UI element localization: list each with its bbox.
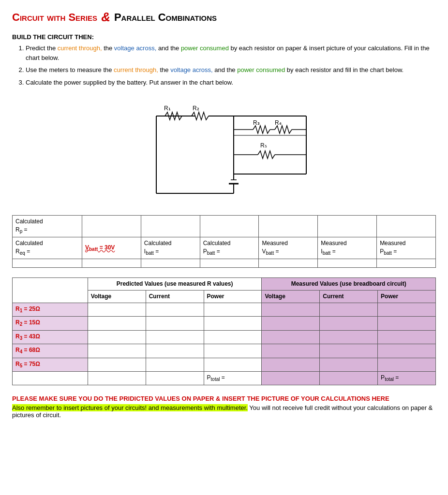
calc-req-cell: CalculatedReq = (13, 237, 82, 259)
pbatt-meas-cell: MeasuredPbatt = (377, 237, 436, 259)
total-blank-5 (320, 371, 378, 385)
title-part2: Parallel Combinations (114, 11, 217, 24)
vbatt-cell: Vbatt = 30V (82, 237, 141, 259)
vbatt-meas-cell: MeasuredVbatt = (259, 237, 318, 259)
empty4 (318, 216, 377, 237)
col-power-1: Power (204, 291, 262, 303)
table-row-total: Ptotal = Ptotal = (13, 371, 436, 385)
pbatt-calc-cell: CalculatedPbatt = (200, 237, 259, 259)
r1-label: R1 = 25Ω (13, 303, 88, 316)
r3-p1 (204, 330, 262, 344)
build-label: BUILD THE CIRCUIT THEN: (12, 33, 436, 41)
r2-v2 (262, 317, 320, 330)
total-blank-4 (262, 371, 320, 385)
title-part1: Circuit with Series (12, 11, 97, 24)
empty1 (141, 216, 200, 237)
instructions-section: BUILD THE CIRCUIT THEN: Predict the curr… (12, 33, 436, 87)
ibatt-meas-cell: MeasuredIbatt = (318, 237, 377, 259)
circuit-diagram: R₁ R₂ R₃ R₄ R₅ (12, 97, 436, 203)
title-ampersand: & (101, 10, 110, 25)
table-row-r3: R3 = 43Ω (13, 330, 436, 344)
r3-i2 (320, 330, 378, 344)
bottom-note-section: PLEASE MAKE SURE YOU DO THE PRIDICTED VA… (12, 395, 436, 419)
total-blank-2 (88, 371, 146, 385)
blank-row3-2 (82, 259, 141, 268)
r2-p2 (378, 317, 436, 330)
table-row-r5: R5 = 75Ω (13, 358, 436, 371)
r3-v2 (262, 330, 320, 344)
r4-p2 (378, 344, 436, 358)
table-row-r2: R2 = 15Ω (13, 317, 436, 330)
r4-v2 (262, 344, 320, 358)
main-table: Predicted Values (use measured R values)… (12, 277, 436, 385)
r1-v1 (88, 303, 146, 316)
current-text-1: current through, (58, 44, 102, 52)
r5-i1 (146, 358, 204, 371)
blank-row3-4 (200, 259, 259, 268)
svg-text:R₃: R₃ (253, 119, 260, 126)
r1-p1 (204, 303, 262, 316)
r3-v1 (88, 330, 146, 344)
col-current-2: Current (320, 291, 378, 303)
power-text-1: power consumed (181, 44, 229, 52)
top-table-row3 (13, 259, 436, 268)
r4-p1 (204, 344, 262, 358)
r3-label: R3 = 43Ω (13, 330, 88, 344)
ptotal-left: Ptotal = (204, 371, 262, 385)
table-row-r1: R1 = 25Ω (13, 303, 436, 316)
instruction-item-3: Calculate the power supplied by the batt… (26, 78, 436, 87)
empty3 (259, 216, 318, 237)
r4-label: R4 = 68Ω (13, 344, 88, 358)
r1-v2 (262, 303, 320, 316)
red-bold-text: PLEASE MAKE SURE YOU DO THE PRIDICTED VA… (12, 395, 389, 402)
voltage-text-2: voltage across, (170, 66, 212, 73)
current-text-2: current through, (114, 66, 158, 73)
r2-p1 (204, 317, 262, 330)
r1-p2 (378, 303, 436, 316)
bottom-note-red: PLEASE MAKE SURE YOU DO THE PRIDICTED VA… (12, 395, 436, 402)
r4-i2 (320, 344, 378, 358)
r1-i1 (146, 303, 204, 316)
r2-i2 (320, 317, 378, 330)
r3-p2 (378, 330, 436, 344)
top-table: CalculatedRp = CalculatedReq = Vbatt = 3… (12, 215, 436, 268)
svg-text:R₁: R₁ (164, 105, 171, 112)
blank-row3-6 (318, 259, 377, 268)
r5-p1 (204, 358, 262, 371)
blank-row3-7 (377, 259, 436, 268)
r5-p2 (378, 358, 436, 371)
empty2 (200, 216, 259, 237)
blank-row3-3 (141, 259, 200, 268)
instruction-item-1: Predict the current through, the voltage… (26, 44, 436, 62)
instruction-item-2: Use the meters to measure the current th… (26, 65, 436, 75)
measured-header: Measured Values (use breadboard circuit) (262, 278, 436, 291)
empty5 (377, 216, 436, 237)
voltage-text-1: voltage across, (114, 44, 156, 52)
r5-i2 (320, 358, 378, 371)
svg-text:R₄: R₄ (275, 119, 282, 126)
total-blank-3 (146, 371, 204, 385)
total-blank-1 (13, 371, 88, 385)
green-highlight-text: Also remember to insert pictures of your… (12, 404, 248, 411)
instructions-list: Predict the current through, the voltage… (26, 44, 436, 87)
r2-i1 (146, 317, 204, 330)
r5-v2 (262, 358, 320, 371)
r4-i1 (146, 344, 204, 358)
page-title: Circuit with Series & Parallel Combinati… (12, 10, 436, 25)
svg-text:R₂: R₂ (193, 105, 199, 112)
predicted-header: Predicted Values (use measured R values) (88, 278, 262, 291)
col-voltage-1: Voltage (88, 291, 146, 303)
blank-row3-1 (13, 259, 82, 268)
svg-text:R₅: R₅ (260, 142, 267, 149)
r5-label: R5 = 75Ω (13, 358, 88, 371)
rp-val-cell (82, 216, 141, 237)
r1-i2 (320, 303, 378, 316)
r3-i1 (146, 330, 204, 344)
main-table-span-header: Predicted Values (use measured R values)… (13, 278, 436, 291)
bottom-note-green: Also remember to insert pictures of your… (12, 404, 436, 419)
r2-label: R2 = 15Ω (13, 317, 88, 330)
vbatt-label: Vbatt = 30V (85, 244, 115, 251)
table-row-r4: R4 = 68Ω (13, 344, 436, 358)
col-current-1: Current (146, 291, 204, 303)
col-voltage-2: Voltage (262, 291, 320, 303)
